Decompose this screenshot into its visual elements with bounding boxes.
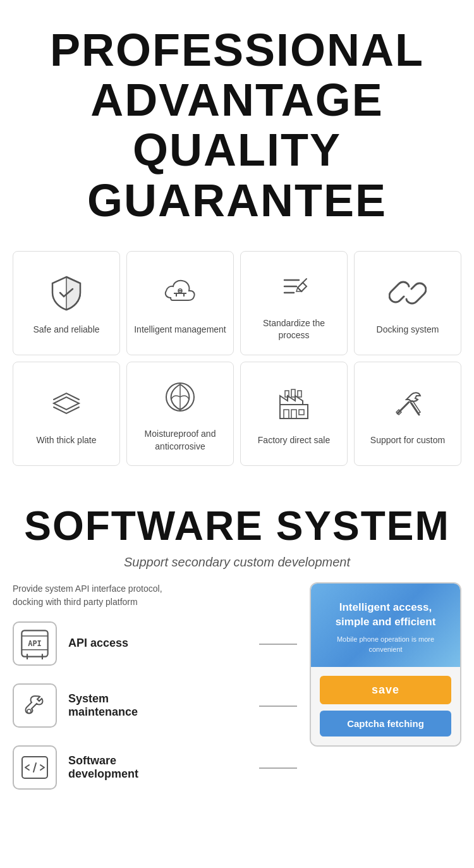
software-title: SOFTWARE SYSTEM (13, 504, 461, 548)
software-subtitle: Support secondary custom development (13, 555, 461, 570)
wrench-icon-wrap (13, 683, 57, 728)
svg-line-27 (33, 763, 36, 772)
svg-rect-12 (291, 410, 296, 419)
layers-icon (44, 381, 88, 425)
code-icon-wrap (13, 745, 57, 790)
api-icon-wrap: API (13, 621, 57, 666)
feature-line-maintenance (259, 706, 297, 707)
card-label-thick-plate: With thick plate (37, 434, 97, 447)
card-thick-plate: With thick plate (13, 362, 120, 466)
card-docking-system: Docking system (354, 251, 461, 355)
feature-label-maintenance: System maintenance (68, 692, 138, 719)
card-label-safe-reliable: Safe and reliable (33, 324, 99, 336)
save-button[interactable]: save (320, 676, 451, 704)
shield-icon (44, 271, 88, 315)
panel-sub-text: Mobile phone operation is more convenien… (322, 635, 449, 654)
leaf-icon (158, 375, 202, 419)
svg-rect-16 (298, 391, 301, 397)
card-moistureproof: Moistureproof and anticorrosive (126, 362, 234, 466)
svg-text:API: API (28, 639, 42, 648)
factory-icon (272, 381, 316, 425)
feature-item-maintenance: System maintenance (13, 683, 297, 728)
code-icon (20, 753, 49, 782)
wrench-icon (20, 691, 49, 720)
grid-row-2: With thick plate Moistureproof and antic… (13, 362, 461, 466)
link-icon (386, 271, 430, 315)
main-title: PROFESSIONAL ADVANTAGE QUALITY GUARANTEE (13, 25, 461, 226)
captcha-button[interactable]: Captcha fetching (320, 711, 451, 737)
software-desc: Provide system API interface protocol, d… (13, 582, 297, 609)
card-label-support-custom: Support for custom (370, 434, 445, 447)
feature-item-dev: Software development (13, 745, 297, 790)
card-label-factory-direct: Factory direct sale (258, 434, 330, 447)
edit-list-icon (272, 264, 316, 309)
features-grid: Safe and reliable Intelligent management (0, 245, 474, 485)
card-safe-reliable: Safe and reliable (13, 251, 120, 355)
api-icon: API (19, 628, 51, 659)
header-section: PROFESSIONAL ADVANTAGE QUALITY GUARANTEE (0, 0, 474, 245)
feature-line-api (259, 644, 297, 645)
card-label-standardize: Standardize the process (247, 317, 341, 342)
feature-label-dev: Software development (68, 754, 138, 781)
software-body: Provide system API interface protocol, d… (13, 582, 461, 807)
svg-rect-13 (299, 410, 304, 415)
svg-point-25 (27, 709, 31, 713)
card-support-custom: Support for custom (354, 362, 461, 466)
card-label-moistureproof: Moistureproof and anticorrosive (133, 428, 227, 453)
svg-line-17 (398, 402, 409, 413)
feature-label-api: API access (68, 637, 128, 650)
feature-line-dev (259, 767, 297, 769)
software-right-panel: Intelligent access, simple and efficient… (310, 582, 461, 747)
software-section: SOFTWARE SYSTEM Support secondary custom… (0, 485, 474, 819)
cloud-settings-icon (158, 271, 202, 315)
grid-row-1: Safe and reliable Intelligent management (13, 251, 461, 355)
right-panel-top: Intelligent access, simple and efficient… (311, 584, 460, 667)
card-label-intelligent: Intelligent management (134, 324, 226, 336)
software-left: Provide system API interface protocol, d… (13, 582, 297, 807)
feature-item-api: API API access (13, 621, 297, 666)
card-intelligent-management: Intelligent management (126, 251, 234, 355)
svg-rect-11 (284, 410, 289, 419)
card-label-docking: Docking system (377, 324, 439, 336)
tools-icon (386, 381, 430, 425)
panel-main-text: Intelligent access, simple and efficient (322, 600, 449, 630)
card-factory-direct: Factory direct sale (240, 362, 348, 466)
right-panel-buttons: save Captcha fetching (311, 667, 460, 745)
card-standardize-process: Standardize the process (240, 251, 348, 355)
